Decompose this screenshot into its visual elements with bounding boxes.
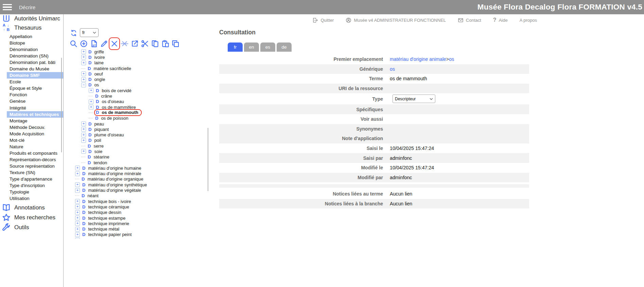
delete-icon[interactable] bbox=[110, 40, 118, 48]
expand-toggle-icon[interactable]: + bbox=[75, 182, 80, 187]
expand-toggle-icon[interactable]: + bbox=[89, 105, 93, 109]
paste-icon[interactable] bbox=[161, 40, 169, 48]
tree-item[interactable]: +Dmatériau d'origine humaine bbox=[64, 165, 206, 171]
expand-toggle-icon[interactable]: + bbox=[81, 55, 86, 60]
tree-item[interactable]: +Dtechnique papier peint bbox=[64, 232, 206, 237]
delete-branch-icon[interactable] bbox=[121, 40, 128, 48]
tab-lang-es[interactable]: es bbox=[260, 43, 275, 52]
sidebar-item[interactable]: Époque et Style bbox=[0, 85, 63, 91]
expand-toggle-icon[interactable]: + bbox=[75, 238, 80, 239]
tab-lang-de[interactable]: de bbox=[277, 43, 292, 52]
sidebar-item[interactable]: Produits et composants bbox=[0, 150, 63, 156]
tree-item[interactable]: +Dplume d'oiseau bbox=[64, 132, 206, 137]
sidebar-item[interactable]: Ecole bbox=[0, 79, 63, 85]
sidebar-item[interactable]: Matières et techniques bbox=[7, 111, 63, 118]
expand-toggle-icon[interactable]: + bbox=[81, 61, 86, 65]
tree-item[interactable]: +Dtechnique imprimerie bbox=[64, 221, 206, 226]
cut-icon[interactable] bbox=[141, 40, 149, 48]
tree-item[interactable]: +Dsoie bbox=[64, 149, 206, 154]
tree-item[interactable]: Dstéarine bbox=[64, 154, 206, 160]
tree-item[interactable]: +Dtechnique bois - ivoire bbox=[64, 199, 206, 204]
sidebar-item[interactable]: Source représentation bbox=[0, 163, 63, 169]
sidebar-item[interactable]: Genèse bbox=[0, 98, 63, 104]
sidebar-item[interactable]: Montage bbox=[0, 118, 63, 124]
sidebar-item[interactable]: Nature bbox=[0, 144, 63, 150]
tree-item[interactable]: +Dtechnique céramique bbox=[64, 204, 206, 209]
expand-toggle-icon[interactable]: + bbox=[81, 127, 86, 132]
tree-item[interactable]: +Dongle bbox=[64, 77, 206, 82]
search-icon[interactable] bbox=[70, 40, 77, 48]
expand-toggle-icon[interactable]: + bbox=[75, 188, 80, 193]
expand-toggle-icon[interactable]: + bbox=[81, 71, 86, 76]
sidebar-item[interactable]: Représentation-décors bbox=[0, 156, 63, 163]
expand-toggle-icon[interactable]: + bbox=[75, 232, 80, 237]
expand-toggle-icon[interactable]: + bbox=[81, 138, 86, 143]
expand-toggle-icon[interactable]: + bbox=[75, 210, 80, 215]
sidebar-item[interactable]: Texture (SN) bbox=[0, 169, 63, 176]
expand-toggle-icon[interactable]: + bbox=[81, 121, 86, 126]
term-link[interactable]: matériau d'origine animale bbox=[390, 56, 446, 62]
sidebar-item[interactable]: Intégrité bbox=[0, 105, 63, 111]
tree-item[interactable]: +D bbox=[64, 237, 206, 239]
term-link[interactable]: os bbox=[390, 66, 395, 72]
expand-toggle-icon[interactable]: + bbox=[81, 133, 86, 137]
tab-lang-fr[interactable]: fr bbox=[228, 43, 243, 52]
tree-item[interactable]: +Dgriffe bbox=[64, 49, 206, 54]
tree-item[interactable]: +Dtechnique estampe bbox=[64, 215, 206, 221]
tree-item[interactable]: +Dtechnique métal bbox=[64, 226, 206, 232]
open-window-icon[interactable] bbox=[131, 40, 139, 48]
hamburger-icon[interactable] bbox=[3, 3, 12, 12]
expand-toggle-icon[interactable]: + bbox=[75, 166, 80, 170]
tree-item[interactable]: −Dos bbox=[64, 82, 206, 88]
expand-toggle-icon[interactable]: + bbox=[75, 216, 80, 220]
tree-item[interactable]: +Dmatériau d'origine végétale bbox=[64, 187, 206, 193]
expand-toggle-icon[interactable]: + bbox=[81, 49, 86, 54]
expand-toggle-icon[interactable]: + bbox=[81, 77, 86, 82]
tree-item[interactable]: Dserre bbox=[64, 143, 206, 149]
duplicate-icon[interactable] bbox=[172, 40, 179, 48]
expand-toggle-icon[interactable]: + bbox=[75, 171, 80, 176]
tree-item[interactable]: +Divoire bbox=[64, 54, 206, 60]
expand-toggle-icon[interactable]: − bbox=[81, 83, 86, 87]
sidebar-section-mes-recherches[interactable]: Mes recherches bbox=[2, 213, 55, 222]
tree-item[interactable]: Dos de poisson bbox=[64, 116, 206, 121]
tree-item[interactable]: +Dpoil bbox=[64, 138, 206, 143]
lang-select[interactable]: fr bbox=[80, 28, 99, 37]
tree-item[interactable]: +Dlaine bbox=[64, 60, 206, 66]
sidebar-section-thesaurus[interactable]: A↓↑B Thesaurus bbox=[2, 23, 41, 32]
tree-item[interactable]: Dnéant bbox=[64, 193, 206, 199]
sidebar-item[interactable]: Typologie bbox=[0, 189, 63, 195]
tree-item[interactable]: Dcrâne bbox=[64, 93, 206, 99]
tree-item[interactable]: Dmatière sacrificielle bbox=[64, 66, 206, 71]
tab-lang-en[interactable]: en bbox=[244, 43, 259, 52]
tree-item[interactable]: +Dmatériau d'origine minérale bbox=[64, 171, 206, 176]
sidebar-item[interactable]: Domaine du Musée bbox=[0, 66, 63, 72]
sidebar-item[interactable]: Mot-clé bbox=[0, 137, 63, 144]
tree-item[interactable]: +Dpeau bbox=[64, 121, 206, 126]
edit-icon[interactable] bbox=[100, 40, 108, 48]
sidebar-item[interactable]: Domaine SMF bbox=[7, 72, 63, 79]
type-select[interactable]: Descripteur bbox=[393, 95, 435, 103]
sidebar-item[interactable]: Dénomination bbox=[0, 46, 63, 53]
tree-item[interactable]: +Dtechnique dessin bbox=[64, 210, 206, 215]
sidebar-item[interactable]: Méthode Decouv. bbox=[0, 124, 63, 131]
tree-item[interactable]: Dos de mammouth bbox=[64, 110, 206, 115]
sidebar-scrollbar[interactable] bbox=[61, 58, 62, 152]
tree-item[interactable]: +Dbois de cervidé bbox=[64, 88, 206, 93]
add-term-icon[interactable] bbox=[80, 40, 88, 48]
sidebar-item[interactable]: Mode Acquisition bbox=[0, 131, 63, 137]
tree-item[interactable]: +Doeuf bbox=[64, 71, 206, 77]
sidebar-section-annotations[interactable]: Annotations bbox=[2, 203, 45, 212]
sidebar-section-outils[interactable]: Outils bbox=[2, 223, 29, 232]
copy-icon[interactable] bbox=[151, 40, 159, 48]
term-link[interactable]: os bbox=[449, 56, 454, 62]
expand-toggle-icon[interactable]: + bbox=[75, 199, 80, 204]
sidebar-item[interactable]: Utilisation bbox=[0, 195, 63, 202]
sidebar-item[interactable]: Biotope bbox=[0, 40, 63, 46]
expand-toggle-icon[interactable]: + bbox=[75, 204, 80, 209]
expand-toggle-icon[interactable]: + bbox=[81, 149, 86, 154]
sidebar-item[interactable]: Appellation bbox=[0, 33, 63, 40]
expand-toggle-icon[interactable]: + bbox=[75, 221, 80, 226]
refresh-icon[interactable] bbox=[70, 30, 77, 36]
tree-item[interactable]: Dtendon bbox=[64, 160, 206, 165]
